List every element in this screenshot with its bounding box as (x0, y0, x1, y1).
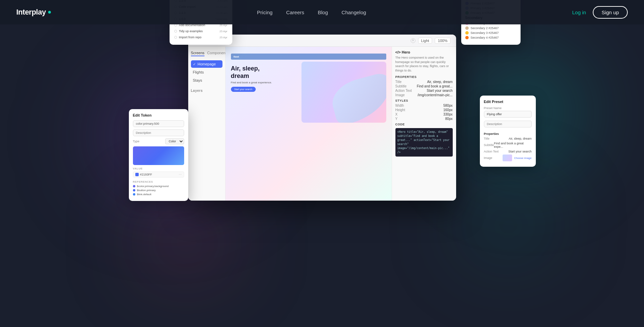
preset-name-input[interactable] (484, 111, 532, 118)
prop-subtitle: Subtitle Find and book a great... (395, 84, 453, 88)
ref-color-2 (133, 193, 135, 196)
airline-text: Air, sleep, dream Find and book a great … (231, 62, 301, 123)
edit-preset-title: Edit Preset (484, 100, 532, 104)
fleet-main-preview: fleet Air, sleep, dream Find and book a … (226, 47, 392, 201)
preset-description-input[interactable] (484, 121, 532, 127)
secondary-color-3[interactable]: Secondary 3 #25467 (465, 31, 516, 35)
type-select[interactable]: Color (165, 138, 184, 144)
check-icon: ✓ (193, 62, 196, 66)
type-label: Type (133, 140, 140, 143)
choose-image-button[interactable]: Choose image (514, 157, 532, 160)
fleet-window: Fleet ? Light 100% Screens Components (188, 35, 456, 201)
fleet-right-panel: </> Hero The Hero component is used on t… (392, 47, 456, 201)
ref-text-1: $button.primary (137, 189, 156, 192)
help-icon[interactable]: ? (411, 38, 415, 43)
navbar-actions: Log in Sign up (572, 6, 628, 19)
airline-logo: fleet (234, 55, 239, 58)
prop-image: Image /img/content/main-pic... (395, 93, 453, 97)
vh-circle-5 (174, 30, 177, 33)
airline-subtitle: Find and book a great experience. (231, 81, 301, 84)
fleet-title-right: ? Light 100% (411, 38, 451, 44)
fleet-sidebar: Screens Components ✓ Homepage Flights St… (188, 47, 226, 201)
color-swatch-preview (133, 146, 184, 165)
preset-properties-label: Properties (484, 132, 532, 136)
vh-circle-6 (174, 36, 177, 39)
token-type-row: Type Color (133, 138, 184, 144)
secondary-color-4[interactable]: Secondary 4 #25467 (465, 36, 516, 39)
color-value-row: #2193FF ⋯ (133, 171, 184, 178)
styles-label: Styles (395, 99, 453, 102)
nav-links: Pricing Careers Blog Changelog (257, 9, 366, 15)
token-description-input[interactable] (133, 129, 184, 136)
tab-screens[interactable]: Screens (191, 51, 204, 56)
panel-edit-token: Edit Token Type Color Value #2193FF ⋯ Re… (129, 109, 188, 201)
signup-button[interactable]: Sign up (593, 6, 628, 19)
edit-token-title: Edit Token (133, 113, 184, 117)
style-height: Height 160px (395, 108, 453, 112)
ep-prop-title: Title Air, sleep, dream (484, 137, 532, 140)
brand-name: Interplay (16, 8, 46, 17)
image-thumbnail (503, 155, 512, 161)
fleet-sidebar-tabs: Screens Components (191, 51, 222, 56)
hero-component-title: </> Hero (395, 50, 453, 54)
sidebar-item-homepage[interactable]: ✓ Homepage (191, 60, 222, 68)
ref-item-1: $button.primary (133, 189, 184, 192)
fleet-body: Screens Components ✓ Homepage Flights St… (188, 47, 456, 201)
preset-name-label: Preset Name (484, 106, 532, 110)
airplane-wing-shape (328, 71, 386, 123)
secondary-color-2[interactable]: Secondary 2 #25467 (465, 26, 516, 30)
logo-dot (48, 11, 51, 14)
brand-logo[interactable]: Interplay (16, 8, 51, 17)
ep-prop-image: Image Choose image (484, 155, 532, 161)
sidebar-item-stays[interactable]: Stays (191, 77, 222, 84)
secondary-3-label: Secondary 3 #25467 (471, 31, 499, 35)
ref-text-2: $link.default (137, 193, 152, 196)
navbar: Interplay Pricing Careers Blog Changelog… (0, 0, 644, 24)
airline-cta-button[interactable]: Start your search (231, 87, 256, 92)
prop-action-text: Action Text Start your search (395, 89, 453, 93)
mode-button[interactable]: Light (418, 38, 432, 44)
properties-label: Properties (395, 75, 453, 79)
hex-value: #2193FF (140, 173, 177, 176)
ref-item-0: $color.primary.background (133, 185, 184, 188)
preview-background: fleet Air, sleep, dream Find and book a … (226, 47, 392, 201)
airline-content: Air, sleep, dream Find and book a great … (231, 62, 386, 123)
secondary-3-dot (465, 31, 469, 35)
vh-item-5[interactable]: Tidy up examples 25 Apr (174, 28, 228, 34)
nav-changelog[interactable]: Changelog (341, 9, 366, 15)
login-button[interactable]: Log in (572, 9, 586, 15)
ep-prop-action: Action Text Start your search (484, 150, 532, 153)
secondary-4-label: Secondary 4 #25467 (471, 36, 499, 39)
code-snippet: <Hero title="Air, sleep, dream" subtitle… (395, 128, 453, 157)
color-swatch-sm (135, 173, 139, 176)
ep-prop-subtitle: Subtitle Find and book a great expe... (484, 142, 532, 148)
nav-careers[interactable]: Careers (286, 9, 304, 15)
sidebar-item-flights[interactable]: Flights (191, 68, 222, 76)
value-label: Value (133, 167, 184, 170)
image-chooser: Choose image (503, 155, 532, 161)
hero-component-desc: The Hero component is used on the homepa… (395, 56, 453, 73)
ref-text-0: $color.primary.background (137, 185, 169, 188)
style-x: X 330px (395, 113, 453, 116)
secondary-4-dot (465, 36, 469, 39)
style-y: Y 80px (395, 117, 453, 121)
token-name-input[interactable] (133, 120, 184, 127)
prop-title: Title Air, sleep, dream (395, 80, 453, 84)
expand-icon[interactable]: ⋯ (179, 173, 182, 176)
airline-hero: fleet Air, sleep, dream Find and book a … (226, 49, 392, 127)
layers-label: Layers (191, 89, 222, 93)
zoom-button[interactable]: 100% (435, 38, 450, 44)
ref-item-2: $link.default (133, 193, 184, 196)
airline-headline: Air, sleep, dream (231, 65, 301, 80)
style-width: Width 580px (395, 104, 453, 107)
airline-navbar: fleet (231, 54, 386, 60)
value-section: Value #2193FF ⋯ (133, 167, 184, 178)
nav-pricing[interactable]: Pricing (257, 9, 273, 15)
vh-item-6[interactable]: Import from repo 25 Apr (174, 35, 228, 40)
nav-blog[interactable]: Blog (318, 9, 328, 15)
secondary-2-label: Secondary 2 #25467 (471, 26, 499, 30)
ref-color-0 (133, 185, 135, 187)
references-label: References (133, 180, 184, 183)
references-section: References $color.primary.background $bu… (133, 180, 184, 196)
ref-color-1 (133, 189, 135, 191)
